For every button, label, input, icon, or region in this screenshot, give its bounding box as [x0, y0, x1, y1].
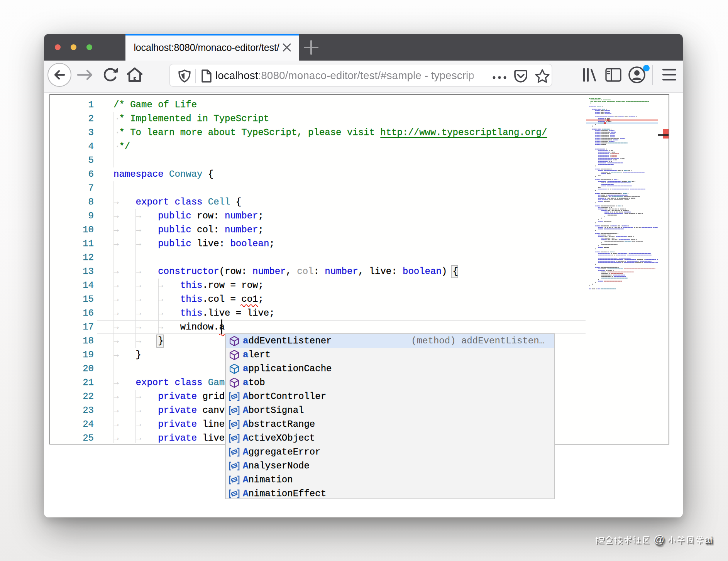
svg-text:@: @: [654, 534, 664, 545]
svg-text:ai: ai: [704, 534, 712, 545]
